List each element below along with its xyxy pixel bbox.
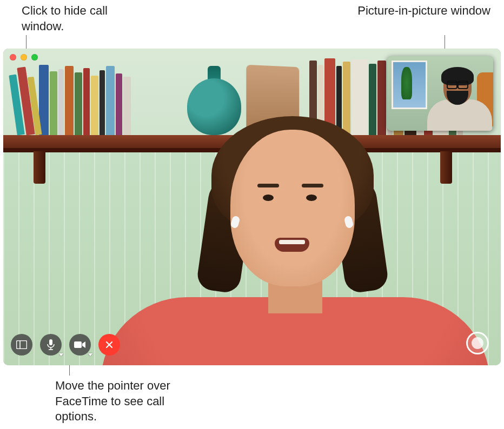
fullscreen-window-button[interactable] (31, 54, 38, 61)
callout-hide-window: Click to hide call window. (22, 3, 141, 34)
callout-pointer-options: Move the pointer over FaceTime to see ca… (55, 378, 207, 425)
end-call-button[interactable] (98, 334, 120, 356)
sidebar-toggle-button[interactable] (11, 334, 32, 356)
pip-self-view[interactable] (387, 56, 493, 131)
sidebar-icon (16, 340, 27, 349)
svg-rect-5 (74, 341, 82, 348)
window-controls (10, 54, 38, 61)
chevron-down-icon (88, 353, 92, 356)
facetime-window (3, 49, 501, 365)
video-icon (74, 341, 86, 348)
live-photo-button[interactable] (466, 332, 489, 354)
callout-pip: Picture-in-picture window (350, 3, 490, 19)
camera-button[interactable] (69, 334, 91, 356)
svg-rect-0 (17, 341, 27, 349)
chevron-down-icon (59, 353, 63, 356)
call-controls (11, 334, 120, 356)
microphone-icon (47, 339, 55, 350)
svg-rect-2 (49, 339, 52, 345)
remote-participant (165, 119, 447, 365)
mute-button[interactable] (40, 334, 62, 356)
close-window-button[interactable] (10, 54, 16, 61)
close-icon (105, 341, 113, 348)
minimize-window-button[interactable] (21, 54, 27, 61)
